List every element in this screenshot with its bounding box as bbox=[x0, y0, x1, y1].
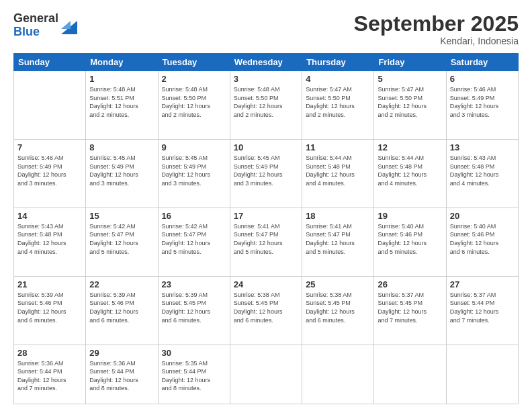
day-number: 7 bbox=[17, 142, 82, 152]
calendar-cell: 26Sunrise: 5:37 AM Sunset: 5:45 PM Dayli… bbox=[374, 276, 446, 345]
calendar-cell bbox=[374, 345, 446, 404]
day-info: Sunrise: 5:46 AM Sunset: 5:49 PM Dayligh… bbox=[450, 85, 515, 119]
day-number: 22 bbox=[89, 279, 154, 289]
day-number: 12 bbox=[378, 142, 442, 152]
day-info: Sunrise: 5:45 AM Sunset: 5:49 PM Dayligh… bbox=[234, 154, 298, 187]
day-header-tuesday: Tuesday bbox=[158, 54, 230, 71]
calendar-cell: 8Sunrise: 5:45 AM Sunset: 5:49 PM Daylig… bbox=[86, 140, 158, 208]
calendar-cell: 30Sunrise: 5:35 AM Sunset: 5:44 PM Dayli… bbox=[158, 345, 230, 404]
day-info: Sunrise: 5:43 AM Sunset: 5:48 PM Dayligh… bbox=[450, 154, 515, 187]
calendar-body: 1Sunrise: 5:48 AM Sunset: 5:51 PM Daylig… bbox=[14, 71, 519, 404]
day-number: 26 bbox=[378, 279, 442, 289]
page: General Blue September 2025 Kendari, Ind… bbox=[0, 0, 532, 411]
logo-text: General Blue bbox=[13, 12, 58, 39]
day-number: 3 bbox=[234, 74, 298, 84]
month-title: September 2025 bbox=[354, 12, 519, 36]
calendar-cell: 5Sunrise: 5:47 AM Sunset: 5:50 PM Daylig… bbox=[374, 71, 446, 140]
day-header-saturday: Saturday bbox=[446, 54, 518, 71]
week-row-1: 7Sunrise: 5:46 AM Sunset: 5:49 PM Daylig… bbox=[14, 140, 519, 208]
day-info: Sunrise: 5:37 AM Sunset: 5:45 PM Dayligh… bbox=[378, 291, 442, 324]
calendar-cell: 6Sunrise: 5:46 AM Sunset: 5:49 PM Daylig… bbox=[446, 71, 518, 140]
calendar-cell: 19Sunrise: 5:40 AM Sunset: 5:46 PM Dayli… bbox=[374, 208, 446, 276]
day-number: 30 bbox=[162, 348, 226, 358]
logo-icon bbox=[61, 15, 77, 37]
day-header-friday: Friday bbox=[374, 54, 446, 71]
day-number: 15 bbox=[89, 211, 154, 221]
day-header-thursday: Thursday bbox=[302, 54, 374, 71]
day-number: 21 bbox=[17, 279, 82, 289]
calendar-cell bbox=[14, 71, 86, 140]
calendar-cell: 18Sunrise: 5:41 AM Sunset: 5:47 PM Dayli… bbox=[302, 208, 374, 276]
day-info: Sunrise: 5:41 AM Sunset: 5:47 PM Dayligh… bbox=[234, 222, 298, 256]
day-number: 18 bbox=[306, 211, 370, 221]
day-info: Sunrise: 5:44 AM Sunset: 5:48 PM Dayligh… bbox=[378, 154, 442, 187]
day-number: 5 bbox=[378, 74, 442, 84]
calendar-cell: 10Sunrise: 5:45 AM Sunset: 5:49 PM Dayli… bbox=[230, 140, 302, 208]
day-number: 10 bbox=[234, 142, 298, 152]
calendar-cell: 24Sunrise: 5:38 AM Sunset: 5:45 PM Dayli… bbox=[230, 276, 302, 345]
day-info: Sunrise: 5:41 AM Sunset: 5:47 PM Dayligh… bbox=[306, 222, 370, 256]
day-number: 4 bbox=[306, 74, 370, 84]
day-number: 9 bbox=[162, 142, 226, 152]
day-number: 6 bbox=[450, 74, 515, 84]
week-row-0: 1Sunrise: 5:48 AM Sunset: 5:51 PM Daylig… bbox=[14, 71, 519, 140]
day-number: 24 bbox=[234, 279, 298, 289]
day-number: 11 bbox=[306, 142, 370, 152]
week-row-3: 21Sunrise: 5:39 AM Sunset: 5:46 PM Dayli… bbox=[14, 276, 519, 345]
calendar-cell: 16Sunrise: 5:42 AM Sunset: 5:47 PM Dayli… bbox=[158, 208, 230, 276]
day-info: Sunrise: 5:47 AM Sunset: 5:50 PM Dayligh… bbox=[306, 85, 370, 119]
calendar-table: SundayMondayTuesdayWednesdayThursdayFrid… bbox=[13, 53, 519, 404]
day-info: Sunrise: 5:47 AM Sunset: 5:50 PM Dayligh… bbox=[378, 85, 442, 119]
day-info: Sunrise: 5:43 AM Sunset: 5:48 PM Dayligh… bbox=[17, 222, 82, 256]
logo-general: General bbox=[13, 12, 58, 26]
calendar-cell: 25Sunrise: 5:38 AM Sunset: 5:45 PM Dayli… bbox=[302, 276, 374, 345]
day-info: Sunrise: 5:39 AM Sunset: 5:46 PM Dayligh… bbox=[17, 291, 82, 324]
day-number: 8 bbox=[89, 142, 154, 152]
calendar-cell: 15Sunrise: 5:42 AM Sunset: 5:47 PM Dayli… bbox=[86, 208, 158, 276]
day-number: 14 bbox=[17, 211, 82, 221]
day-number: 25 bbox=[306, 279, 370, 289]
day-info: Sunrise: 5:36 AM Sunset: 5:44 PM Dayligh… bbox=[17, 359, 82, 393]
day-header-monday: Monday bbox=[86, 54, 158, 71]
day-info: Sunrise: 5:44 AM Sunset: 5:48 PM Dayligh… bbox=[306, 154, 370, 187]
calendar-cell: 28Sunrise: 5:36 AM Sunset: 5:44 PM Dayli… bbox=[14, 345, 86, 404]
day-info: Sunrise: 5:42 AM Sunset: 5:47 PM Dayligh… bbox=[162, 222, 226, 256]
day-info: Sunrise: 5:48 AM Sunset: 5:50 PM Dayligh… bbox=[234, 85, 298, 119]
day-number: 29 bbox=[89, 348, 154, 358]
calendar-cell: 14Sunrise: 5:43 AM Sunset: 5:48 PM Dayli… bbox=[14, 208, 86, 276]
day-number: 16 bbox=[162, 211, 226, 221]
day-number: 2 bbox=[162, 74, 226, 84]
week-row-2: 14Sunrise: 5:43 AM Sunset: 5:48 PM Dayli… bbox=[14, 208, 519, 276]
calendar-cell: 4Sunrise: 5:47 AM Sunset: 5:50 PM Daylig… bbox=[302, 71, 374, 140]
calendar-cell: 29Sunrise: 5:36 AM Sunset: 5:44 PM Dayli… bbox=[86, 345, 158, 404]
calendar-cell: 12Sunrise: 5:44 AM Sunset: 5:48 PM Dayli… bbox=[374, 140, 446, 208]
calendar-cell: 9Sunrise: 5:45 AM Sunset: 5:49 PM Daylig… bbox=[158, 140, 230, 208]
day-info: Sunrise: 5:39 AM Sunset: 5:45 PM Dayligh… bbox=[162, 291, 226, 324]
day-info: Sunrise: 5:35 AM Sunset: 5:44 PM Dayligh… bbox=[162, 359, 226, 393]
header: General Blue September 2025 Kendari, Ind… bbox=[13, 12, 519, 46]
logo: General Blue bbox=[13, 12, 77, 39]
day-number: 13 bbox=[450, 142, 515, 152]
day-number: 17 bbox=[234, 211, 298, 221]
calendar-cell: 2Sunrise: 5:48 AM Sunset: 5:50 PM Daylig… bbox=[158, 71, 230, 140]
calendar-cell: 22Sunrise: 5:39 AM Sunset: 5:46 PM Dayli… bbox=[86, 276, 158, 345]
day-info: Sunrise: 5:36 AM Sunset: 5:44 PM Dayligh… bbox=[89, 359, 154, 393]
calendar-cell: 7Sunrise: 5:46 AM Sunset: 5:49 PM Daylig… bbox=[14, 140, 86, 208]
calendar-cell: 21Sunrise: 5:39 AM Sunset: 5:46 PM Dayli… bbox=[14, 276, 86, 345]
day-number: 19 bbox=[378, 211, 442, 221]
day-info: Sunrise: 5:45 AM Sunset: 5:49 PM Dayligh… bbox=[89, 154, 154, 187]
title-block: September 2025 Kendari, Indonesia bbox=[354, 12, 519, 46]
calendar-cell: 3Sunrise: 5:48 AM Sunset: 5:50 PM Daylig… bbox=[230, 71, 302, 140]
calendar-cell: 1Sunrise: 5:48 AM Sunset: 5:51 PM Daylig… bbox=[86, 71, 158, 140]
day-info: Sunrise: 5:45 AM Sunset: 5:49 PM Dayligh… bbox=[162, 154, 226, 187]
calendar-cell: 13Sunrise: 5:43 AM Sunset: 5:48 PM Dayli… bbox=[446, 140, 518, 208]
day-number: 1 bbox=[89, 74, 154, 84]
calendar-cell: 11Sunrise: 5:44 AM Sunset: 5:48 PM Dayli… bbox=[302, 140, 374, 208]
calendar-cell: 27Sunrise: 5:37 AM Sunset: 5:44 PM Dayli… bbox=[446, 276, 518, 345]
day-number: 23 bbox=[162, 279, 226, 289]
day-info: Sunrise: 5:37 AM Sunset: 5:44 PM Dayligh… bbox=[450, 291, 515, 324]
calendar-cell bbox=[302, 345, 374, 404]
calendar-cell bbox=[446, 345, 518, 404]
day-info: Sunrise: 5:46 AM Sunset: 5:49 PM Dayligh… bbox=[17, 154, 82, 187]
day-info: Sunrise: 5:38 AM Sunset: 5:45 PM Dayligh… bbox=[306, 291, 370, 324]
